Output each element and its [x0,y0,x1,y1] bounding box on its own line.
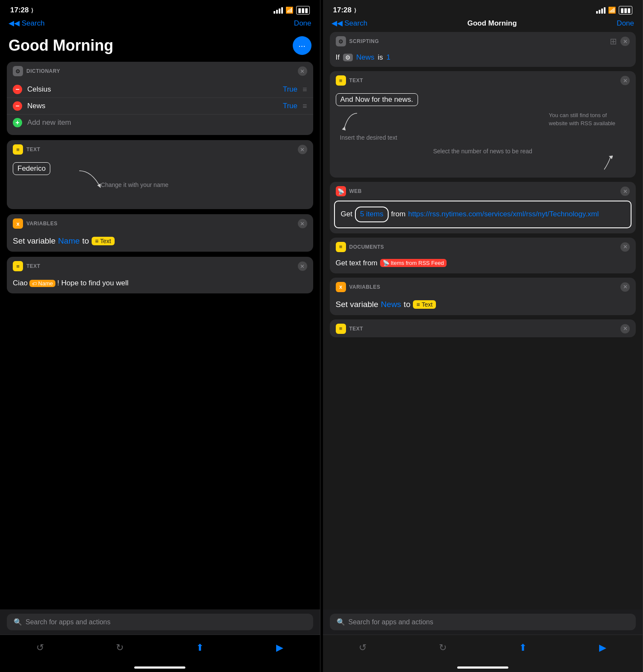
search-placeholder-left: Search for apps and actions [26,618,110,626]
web-close-btn[interactable]: ✕ [620,187,630,196]
variables-label-left: VARIABLES [26,221,58,227]
scripting-close-btn[interactable]: ✕ [620,37,630,46]
name-tag[interactable]: 🏷 Name [29,280,55,287]
text-close-1[interactable]: ✕ [298,145,307,154]
home-bar-left [134,666,185,669]
variables-text-right: Set variable News to ≡ Text [336,300,630,309]
rss-tag[interactable]: 📡 Items from RSS Feed [380,259,447,267]
if-value[interactable]: 1 [386,53,390,62]
status-bar-right: 17:28 ⟩ 📶 ▮▮▮ [323,0,643,17]
dict-plus-btn[interactable]: + [13,118,22,127]
ciao-suffix: ! Hope to find you well [57,279,128,287]
dict-add-row[interactable]: + Add new item [7,114,313,131]
text-card-2-header: ≡ TEXT ✕ [7,257,313,275]
text-close-right-2[interactable]: ✕ [620,324,630,333]
scripting-header: ⚙ SCRIPTING ⊞ ✕ [330,32,636,50]
nav-bar-left: ◀ ◀ Search Done [0,17,320,32]
dict-minus-celsius[interactable]: − [13,85,22,94]
variables-card-left: x VARIABLES ✕ Set variable Name to ≡ Tex… [7,214,313,252]
search-bar-right[interactable]: 🔍 Search for apps and actions [330,614,636,630]
text-card-right-1: ≡ TEXT ✕ And Now for the news. Ins [330,71,636,178]
vars-middle-right: to [404,300,410,309]
redo-button-right[interactable]: ↻ [435,640,450,655]
variables-card-right: x VARIABLES ✕ Set variable News to ≡ Tex… [330,278,636,315]
text-card-right-2: ≡ TEXT ✕ [330,319,636,337]
variables-close-right[interactable]: ✕ [620,282,630,292]
web-card: 📡 WEB ✕ Get 5 items from https://rss.nyt… [330,182,636,233]
menu-button-left[interactable]: ··· [293,36,311,55]
text-highlighted-right[interactable]: And Now for the news. [336,93,418,106]
scripting-card: ⚙ SCRIPTING ⊞ ✕ If ⚙ News is 1 [330,32,636,67]
play-button-right[interactable]: ▶ [595,640,610,655]
right-panel: 17:28 ⟩ 📶 ▮▮▮ ◀ ◀ Search Good Morning Do… [323,0,643,672]
ciao-line: Ciao 🏷 Name ! Hope to find you well [13,279,307,287]
vars-text-tag-right[interactable]: ≡ Text [413,300,436,309]
back-button-right[interactable]: ◀ ◀ Search [332,19,368,28]
dict-minus-news[interactable]: − [13,101,22,111]
share-button-left[interactable]: ⬆ [192,640,208,655]
search-icon-right: 🔍 [337,618,345,626]
dictionary-body: − Celsius True ≡ − News True ≡ + Add new… [7,80,313,135]
documents-body: Get text from 📡 Items from RSS Feed [330,256,636,273]
signal-left [274,7,283,14]
scripting-toggle[interactable]: ⊞ [610,36,617,46]
web-body-bordered: Get 5 items from https://rss.nytimes.com… [334,201,632,228]
dictionary-close-btn[interactable]: ✕ [298,66,307,76]
dict-key-celsius: Celsius [27,85,283,94]
dict-row-news: − News True ≡ [7,98,313,114]
wifi-icon-right: 📶 [608,6,616,14]
web-card-header: 📡 WEB ✕ [330,182,636,200]
documents-close-btn[interactable]: ✕ [620,242,630,252]
search-bar-left[interactable]: 🔍 Search for apps and actions [7,614,313,630]
if-keyword: If [336,53,340,62]
docs-prefix: Get text from [336,259,378,267]
scripting-label: SCRIPTING [349,38,379,44]
play-button-left[interactable]: ▶ [272,640,288,655]
location-arrow-right: ⟩ [354,7,356,14]
search-area-left: 🔍 Search for apps and actions [0,609,320,635]
text-body-1: Federico Change it with your name [7,158,313,209]
dict-value-news[interactable]: True [283,102,297,110]
web-items-circled[interactable]: 5 items [355,207,389,222]
done-button-left[interactable]: Done [294,19,311,28]
text-card-2: ≡ TEXT ✕ Ciao 🏷 Name ! Hope to find you … [7,257,313,293]
vars-name-left[interactable]: Name [58,236,80,246]
undo-button-right[interactable]: ↺ [355,640,370,655]
text-card-right-1-header: ≡ TEXT ✕ [330,71,636,89]
vars-prefix-left: Set variable [13,236,55,246]
wifi-icon-left: 📶 [285,6,294,14]
nav-bar-right: ◀ ◀ Search Good Morning Done [323,17,643,32]
vars-text-tag-left[interactable]: ≡ Text [92,237,115,245]
variables-text-left: Set variable Name to ≡ Text [13,236,307,246]
undo-button-left[interactable]: ↺ [32,640,48,655]
redo-icon-left: ↻ [116,642,124,653]
up-arrow-container [336,155,630,172]
variables-close-left[interactable]: ✕ [298,219,307,228]
text-icon-1: ≡ [13,144,23,155]
web-icon: 📡 [336,186,346,196]
dict-value-celsius[interactable]: True [283,85,297,94]
text-close-right-1[interactable]: ✕ [620,76,630,85]
vars-middle-left: to [82,236,89,246]
variables-icon-left: x [13,218,23,229]
done-button-right[interactable]: Done [617,19,634,28]
variables-header-left: x VARIABLES ✕ [7,214,313,232]
web-url[interactable]: https://rss.nytimes.com/services/xml/rss… [408,208,599,221]
text-close-2[interactable]: ✕ [298,261,307,271]
if-var-news[interactable]: News [356,53,375,62]
variables-header-right: x VARIABLES ✕ [330,278,636,296]
text-icon-2: ≡ [13,261,23,271]
text-icon-right-1: ≡ [336,75,346,86]
vars-text-icon-right: ≡ [416,301,420,308]
dict-key-news: News [27,102,283,110]
text-note-1: Change it with your name [92,181,177,188]
web-from: from [391,208,406,221]
back-button-left[interactable]: ◀ ◀ Search [9,19,45,28]
vars-name-right[interactable]: News [381,300,401,309]
documents-icon: ≡ [336,242,346,252]
text-body-2: Ciao 🏷 Name ! Hope to find you well [7,275,313,293]
text-highlighted-1[interactable]: Federico [13,162,50,175]
redo-button-left[interactable]: ↻ [112,640,127,655]
share-button-right[interactable]: ⬆ [515,640,531,655]
arrow-svg-right-1 [340,111,366,132]
